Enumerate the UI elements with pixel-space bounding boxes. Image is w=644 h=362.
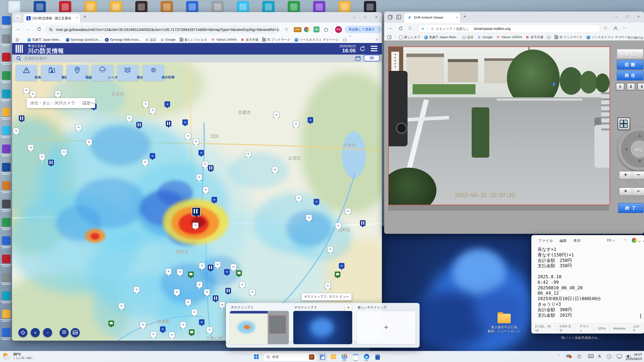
search-input[interactable]: 京都府京都市 [24, 56, 47, 61]
ptz-down-icon[interactable] [638, 160, 642, 165]
water-level-marker[interactable]: ≈ [150, 153, 155, 159]
apps-grid-icon[interactable] [16, 38, 19, 41]
active-tab[interactable]: e DVR ActiveX Viewer × [404, 13, 460, 23]
synced-folder2-icon[interactable] [110, 1, 122, 13]
network-icon[interactable] [617, 354, 622, 359]
gauge-marker[interactable]: ≈ [150, 107, 156, 113]
gauge-marker[interactable]: ≈ [23, 87, 29, 93]
desktop-icon-app-6[interactable] [2, 108, 11, 116]
gauge-marker[interactable]: ≈ [166, 268, 172, 275]
desktop-icon-app-12[interactable] [2, 218, 11, 227]
selected-camera-marker[interactable] [192, 207, 201, 216]
gauge-marker[interactable]: ≈ [203, 187, 209, 193]
desktop-2-thumbnail[interactable] [293, 311, 352, 344]
bookmark-item[interactable]: ソースネクスト マイページ [294, 38, 339, 42]
dvr-video-feed[interactable]: 2025-08-15 16:07:28 [388, 47, 610, 205]
dvr-play-button[interactable]: 再 生 [617, 71, 643, 80]
gauge-marker[interactable]: ≈ [143, 101, 149, 107]
sync-icon[interactable] [577, 354, 582, 359]
search-box[interactable]: 検索 [263, 353, 316, 361]
copilot-icon[interactable] [632, 238, 637, 243]
recycle-bin-icon[interactable] [8, 1, 20, 13]
desktop-1-card[interactable]: デスクトップ 1 [230, 305, 289, 344]
gauge-marker[interactable]: ≈ [335, 223, 341, 229]
app-tray-icon[interactable]: J [607, 354, 612, 359]
desktop-icon-app-2[interactable] [2, 34, 11, 43]
gauge-marker[interactable]: ≈ [118, 303, 125, 309]
green-camera-marker[interactable] [236, 270, 242, 276]
bookmark-item[interactable]: Y!Yahoo! JAPAN [211, 38, 237, 42]
water-level-marker[interactable]: ≈ [339, 263, 344, 268]
gauge-marker[interactable]: ≈ [207, 327, 213, 333]
gauge-marker[interactable]: ≈ [296, 195, 302, 201]
green-camera-marker[interactable] [108, 321, 114, 326]
new-tab-icon[interactable]: + [463, 14, 466, 19]
ptz-left-icon[interactable] [623, 147, 627, 151]
gauge-marker[interactable]: ≈ [28, 145, 34, 151]
hamburger-menu-icon[interactable] [371, 46, 377, 47]
tab-search-icon[interactable] [15, 14, 21, 20]
gauge-marker[interactable]: ≈ [325, 283, 331, 289]
desktop-icon-app-14[interactable] [2, 255, 11, 263]
desktop-icon-app-11[interactable] [2, 200, 11, 208]
bookmark-item[interactable]: Y!Yahoo! JAPAN [496, 35, 522, 39]
nas-app-icon[interactable] [34, 1, 46, 13]
address-bar[interactable]: river.go.jp/kawabou/mb?zm=12&clat=35.031… [45, 25, 279, 34]
search-highlight-image[interactable] [309, 354, 314, 360]
site-settings-icon[interactable] [49, 28, 53, 32]
tab-close-icon[interactable]: × [456, 16, 458, 19]
water-level-marker[interactable]: ≈ [160, 326, 166, 332]
zoom-out-button[interactable]: － [43, 328, 52, 337]
calculator-button[interactable] [373, 352, 382, 361]
gauge-marker[interactable]: ≈ [150, 331, 156, 337]
desktop-icon-app-13[interactable] [2, 236, 11, 245]
bookmark-item[interactable]: 新しいタブ [399, 35, 420, 39]
green-camera-marker[interactable] [335, 272, 340, 277]
gauge-marker[interactable]: ≈ [185, 133, 191, 139]
gauge-marker[interactable]: ≈ [185, 299, 191, 305]
legend-button[interactable] [60, 328, 69, 337]
gauge-marker[interactable]: ≈ [174, 289, 180, 295]
green-camera-marker[interactable] [189, 329, 194, 335]
chrome-button[interactable] [340, 352, 349, 361]
gauge-marker[interactable]: ≈ [327, 246, 333, 252]
minimize-button[interactable]: – [611, 12, 622, 22]
camera-marker[interactable] [225, 288, 231, 293]
map-toolbar-alert-triangle[interactable]: 発表情報 [16, 65, 37, 81]
gauge-marker[interactable]: ≈ [180, 322, 186, 328]
close-button[interactable]: × [633, 12, 644, 22]
edge-button[interactable]: e [362, 352, 371, 361]
skype-icon[interactable] [262, 1, 274, 13]
camera-marker[interactable] [213, 295, 218, 301]
desktop-icon-app-15[interactable] [2, 273, 11, 282]
green-app-icon[interactable] [288, 1, 300, 13]
gauge-marker[interactable]: ≈ [142, 159, 148, 165]
new-tab-icon[interactable]: + [84, 14, 86, 20]
task-view-button[interactable] [317, 352, 327, 361]
camera-marker[interactable] [136, 122, 142, 127]
dvr-connect-button[interactable]: 接 続 [617, 49, 643, 59]
gauge-marker[interactable]: ≈ [177, 269, 183, 275]
camera-marker[interactable] [19, 115, 24, 121]
bookmark-item[interactable]: 気象庁 Japan Mete... [424, 35, 459, 39]
menu-ファイル[interactable]: ファイル [538, 238, 553, 243]
gauge-marker[interactable]: ≈ [204, 289, 210, 295]
bookmark-item[interactable]: Synology QuickCon... [66, 38, 101, 42]
ptz-up-icon[interactable] [638, 132, 642, 137]
more-options-icon[interactable]: ⋯ [623, 237, 627, 242]
bookmark-item[interactable]: 気象庁 Japan Mete... [27, 38, 62, 42]
calendar-icon[interactable] [355, 55, 361, 61]
gauge-marker[interactable]: ≈ [191, 309, 197, 315]
maximize-button[interactable]: □ [360, 12, 371, 22]
dvr-grid-view-button[interactable] [618, 118, 630, 130]
cpu-z-icon[interactable] [135, 1, 147, 13]
gauge-marker[interactable]: ≈ [215, 261, 221, 267]
dvr-channel-1-button[interactable]: 1 [616, 83, 624, 90]
gauge-marker[interactable]: ≈ [345, 208, 351, 214]
file-explorer-button[interactable] [329, 352, 338, 361]
dvr-channel-2-button[interactable]: 2 [627, 83, 635, 90]
dvr-disconnect-button[interactable]: 切 断 [617, 60, 643, 70]
camera-marker[interactable] [48, 160, 54, 165]
water-level-marker[interactable]: ≈ [165, 101, 170, 107]
bookmark-item[interactable]: ⚙設定 [145, 38, 156, 42]
